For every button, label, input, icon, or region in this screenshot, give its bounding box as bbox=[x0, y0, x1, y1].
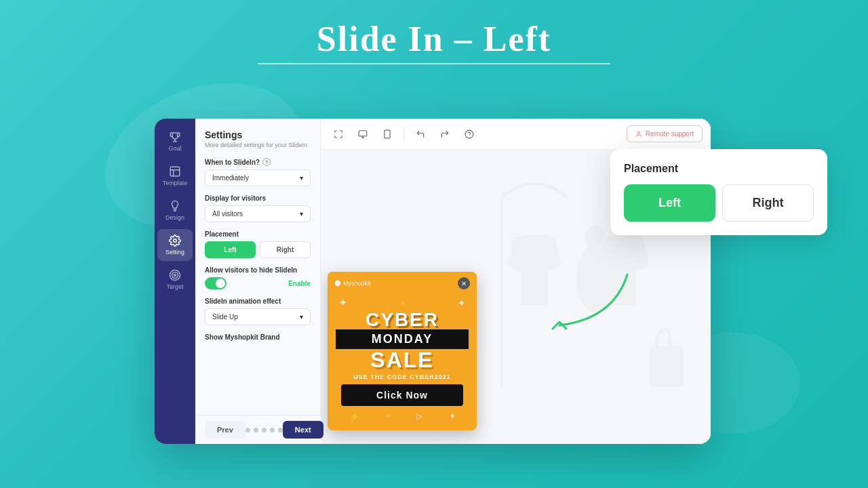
trophy-icon bbox=[169, 131, 181, 143]
toggle-knob bbox=[216, 279, 225, 288]
deco-zigzag: ⚡ bbox=[349, 411, 360, 422]
settings-panel: Settings More detailed settings for your… bbox=[195, 119, 321, 444]
svg-point-14 bbox=[637, 131, 639, 134]
when-slidein-select[interactable]: Immediately ▾ bbox=[205, 169, 311, 186]
dot-2 bbox=[254, 428, 258, 432]
allow-hide-row: Enable bbox=[205, 277, 311, 289]
dot-5 bbox=[278, 428, 283, 432]
title-underline bbox=[258, 63, 610, 64]
deco-circle-1: ○ bbox=[400, 299, 404, 306]
slidein-popup: Myshopkit ✕ ✦ ○ ✦ CYBER MONDAY SALE USE … bbox=[328, 272, 477, 430]
settings-subtitle: More detailed settings for your SlideIn bbox=[205, 142, 311, 148]
page-title: Slide In – Left bbox=[0, 0, 868, 59]
animation-label: SlideIn animation effect bbox=[205, 298, 311, 305]
remote-support-button[interactable]: Remote support bbox=[627, 125, 703, 142]
sidebar-setting-label: Setting bbox=[165, 249, 184, 256]
sidebar-item-design[interactable]: Design bbox=[157, 195, 193, 226]
show-brand-label: Show Myshopkit Brand bbox=[205, 333, 311, 341]
display-visitors-label: Display for visitors bbox=[205, 195, 311, 202]
target-icon bbox=[169, 269, 181, 281]
toolbar-divider bbox=[403, 127, 404, 141]
svg-point-19 bbox=[335, 281, 340, 286]
gear-icon bbox=[169, 235, 181, 247]
help-icon: ? bbox=[262, 158, 271, 166]
dot-1 bbox=[245, 428, 250, 432]
placement-label: Placement bbox=[205, 230, 311, 238]
svg-point-3 bbox=[174, 239, 177, 243]
monday-text: MONDAY bbox=[336, 329, 469, 349]
allow-hide-toggle[interactable] bbox=[205, 277, 226, 289]
settings-title: Settings bbox=[205, 129, 311, 140]
placement-buttons: Left Right bbox=[205, 241, 311, 258]
sidebar-item-target[interactable]: Target bbox=[157, 264, 193, 296]
placement-right-btn[interactable]: Right bbox=[260, 241, 311, 258]
svg-point-18 bbox=[585, 226, 606, 250]
placement-card-right-btn[interactable]: Right bbox=[722, 184, 814, 222]
prev-button[interactable]: Prev bbox=[205, 421, 245, 439]
sidebar-target-label: Target bbox=[166, 283, 183, 290]
popup-close-button[interactable]: ✕ bbox=[458, 277, 470, 289]
help-circle-icon[interactable] bbox=[460, 125, 479, 144]
deco-circle-2: ○ bbox=[387, 411, 391, 422]
popup-header: Myshopkit ✕ bbox=[328, 272, 477, 292]
mobile-icon[interactable] bbox=[378, 125, 397, 144]
display-visitors-select[interactable]: All visitors ▾ bbox=[205, 205, 311, 222]
dot-4 bbox=[270, 428, 275, 432]
animation-select[interactable]: Slide Up ▾ bbox=[205, 308, 311, 325]
sidebar: Goal Template Design Setting Target bbox=[155, 119, 195, 444]
popup-brand: Myshopkit bbox=[334, 280, 371, 287]
svg-rect-7 bbox=[359, 130, 367, 136]
redo-icon[interactable] bbox=[435, 125, 454, 144]
sidebar-item-setting[interactable]: Setting bbox=[157, 229, 193, 261]
svg-rect-16 bbox=[500, 197, 503, 387]
svg-point-5 bbox=[172, 272, 178, 279]
next-button[interactable]: Next bbox=[283, 421, 321, 439]
svg-rect-15 bbox=[650, 346, 684, 387]
placement-card-title: Placement bbox=[624, 163, 814, 175]
sidebar-item-goal[interactable]: Goal bbox=[157, 125, 193, 157]
placement-card: Placement Left Right bbox=[610, 149, 827, 235]
chevron-down-icon-3: ▾ bbox=[300, 313, 303, 321]
cyber-text: CYBER bbox=[336, 310, 469, 329]
svg-point-6 bbox=[174, 274, 176, 277]
sidebar-design-label: Design bbox=[165, 214, 184, 221]
allow-hide-label: Allow visitors to hide SlideIn bbox=[205, 266, 311, 274]
when-slidein-label: When to SlideIn? ? bbox=[205, 158, 311, 166]
chevron-down-icon: ▾ bbox=[300, 174, 303, 182]
deco-star-1: ✦ bbox=[338, 296, 347, 309]
preview-toolbar: Remote support bbox=[321, 119, 711, 150]
desktop-icon[interactable] bbox=[353, 125, 372, 144]
placement-card-buttons: Left Right bbox=[624, 184, 814, 222]
svg-rect-0 bbox=[170, 167, 180, 176]
sale-text: SALE bbox=[336, 349, 469, 371]
dot-3 bbox=[262, 428, 267, 432]
sidebar-template-label: Template bbox=[163, 180, 188, 186]
undo-icon[interactable] bbox=[411, 125, 430, 144]
deco-tri: ▷ bbox=[416, 411, 422, 422]
expand-icon[interactable] bbox=[329, 125, 348, 144]
placement-left-btn[interactable]: Left bbox=[205, 241, 256, 258]
popup-body: ✦ ○ ✦ CYBER MONDAY SALE USE THE CODE CYB… bbox=[328, 292, 477, 430]
sidebar-item-template[interactable]: Template bbox=[157, 160, 193, 192]
deco-star-2: ✦ bbox=[458, 298, 466, 308]
paint-icon bbox=[169, 200, 181, 212]
toggle-enable-label: Enable bbox=[288, 280, 311, 287]
sidebar-goal-label: Goal bbox=[168, 145, 181, 152]
arrow-svg bbox=[539, 264, 634, 332]
deco-star-3: ✦ bbox=[449, 411, 456, 422]
progress-dots bbox=[245, 428, 283, 432]
layout-icon bbox=[169, 165, 181, 178]
chevron-down-icon-2: ▾ bbox=[300, 210, 303, 218]
arrow-container bbox=[539, 264, 634, 335]
placement-card-left-btn[interactable]: Left bbox=[624, 184, 715, 222]
code-text: USE THE CODE CYBER2021 bbox=[336, 373, 469, 380]
cta-button[interactable]: Click Now bbox=[341, 384, 463, 406]
